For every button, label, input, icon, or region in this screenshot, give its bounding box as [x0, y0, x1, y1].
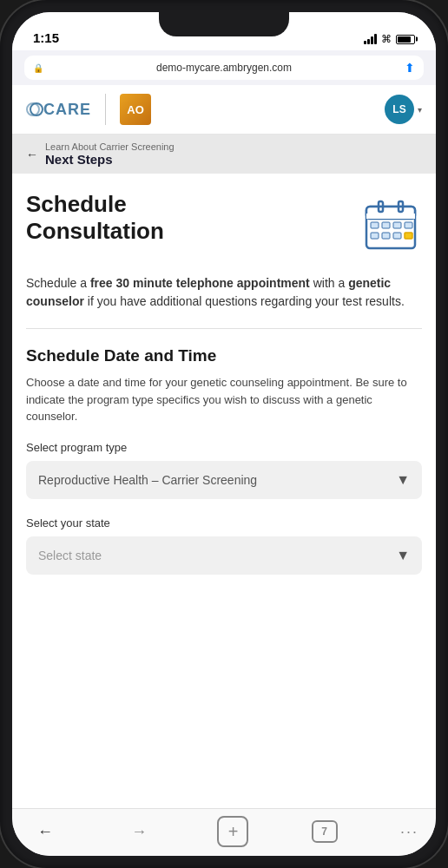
breadcrumb: ← Learn About Carrier Screening Next Ste… — [12, 135, 436, 174]
status-time: 1:15 — [33, 30, 59, 45]
care-logo: CARE — [26, 101, 91, 119]
state-label: Select your state — [26, 516, 422, 529]
phone-frame: 1:15 ⌘ 🔒 demo-mycare.ambrygen.com ⬆ — [0, 0, 448, 868]
svg-rect-11 — [393, 233, 401, 239]
lock-icon: 🔒 — [33, 63, 43, 73]
header-right: LS ▾ — [385, 95, 422, 124]
wifi-icon: ⌘ — [381, 33, 392, 45]
phone-screen: 1:15 ⌘ 🔒 demo-mycare.ambrygen.com ⬆ — [12, 12, 436, 856]
state-chevron-icon: ▼ — [396, 548, 410, 563]
main-content: ScheduleConsultation — [12, 174, 436, 808]
status-icons: ⌘ — [364, 33, 415, 45]
app-header: CARE AO LS ▾ — [12, 85, 436, 135]
state-dropdown[interactable]: Select state ▼ — [26, 536, 422, 575]
browser-tabs-button[interactable]: 7 — [312, 820, 338, 843]
browser-forward-button[interactable]: → — [123, 823, 155, 841]
svg-rect-8 — [405, 222, 412, 228]
care-circles-icon — [26, 102, 40, 116]
battery-icon — [396, 35, 415, 44]
browser-bar: 🔒 demo-mycare.ambrygen.com ⬆ — [12, 50, 436, 85]
browser-more-button[interactable]: ··· — [400, 823, 418, 841]
bold-appointment: free 30 minute telephone appointment — [90, 276, 310, 290]
program-type-value: Reproductive Health – Carrier Screening — [38, 473, 257, 487]
description-text: Schedule a free 30 minute telephone appo… — [26, 274, 422, 311]
svg-rect-5 — [371, 222, 379, 228]
care-logo-text: CARE — [43, 101, 91, 119]
svg-rect-10 — [382, 233, 390, 239]
breadcrumb-current: Next Steps — [45, 152, 175, 167]
signal-icon — [364, 34, 377, 44]
logo-area: CARE AO — [26, 94, 151, 125]
user-avatar[interactable]: LS — [385, 95, 414, 124]
notch — [159, 12, 289, 36]
svg-rect-7 — [393, 222, 401, 228]
breadcrumb-content: Learn About Carrier Screening Next Steps — [45, 141, 175, 167]
svg-rect-2 — [366, 214, 415, 219]
schedule-section-title: Schedule Date and Time — [26, 346, 422, 365]
schedule-description: Choose a date and time for your genetic … — [26, 374, 422, 425]
browser-bottom-nav: ← → + 7 ··· — [12, 808, 436, 856]
logo-divider — [105, 94, 106, 125]
program-type-chevron-icon: ▼ — [396, 472, 410, 488]
back-nav-icon[interactable]: ← — [26, 148, 38, 161]
url-text: demo-mycare.ambrygen.com — [49, 62, 399, 74]
svg-rect-9 — [371, 233, 379, 239]
page-title: ScheduleConsultation — [26, 191, 351, 245]
program-type-label: Select program type — [26, 441, 422, 454]
chevron-down-icon[interactable]: ▾ — [418, 105, 422, 115]
url-bar[interactable]: 🔒 demo-mycare.ambrygen.com ⬆ — [24, 56, 424, 80]
top-section: ScheduleConsultation — [26, 191, 422, 260]
browser-back-button[interactable]: ← — [30, 823, 61, 841]
share-icon[interactable]: ⬆ — [405, 61, 415, 75]
state-placeholder: Select state — [38, 549, 102, 562]
svg-rect-6 — [382, 222, 390, 228]
program-type-dropdown[interactable]: Reproductive Health – Carrier Screening … — [26, 461, 422, 499]
svg-rect-12 — [405, 233, 412, 239]
calendar-icon — [359, 194, 422, 260]
breadcrumb-parent: Learn About Carrier Screening — [45, 141, 175, 152]
section-divider — [26, 328, 422, 329]
browser-add-button[interactable]: + — [217, 816, 248, 847]
ao-badge: AO — [120, 94, 151, 125]
